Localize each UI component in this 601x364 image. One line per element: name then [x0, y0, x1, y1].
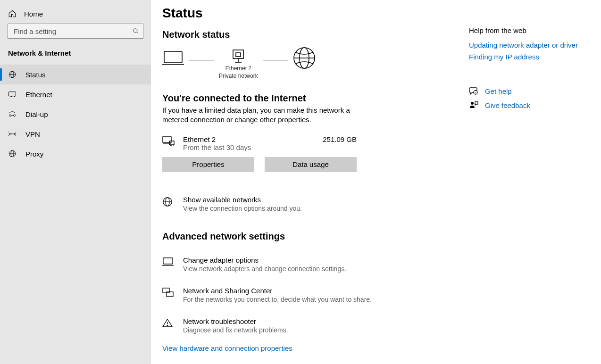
- device-icon: [162, 50, 184, 80]
- give-feedback[interactable]: Give feedback: [469, 100, 596, 110]
- settings-window: Home Network & Internet Status Ethernet: [0, 0, 601, 364]
- svg-point-14: [14, 133, 16, 135]
- sidebar-item-status[interactable]: Status: [0, 65, 151, 84]
- sharing-icon: [162, 288, 174, 303]
- action-title: Network troubleshooter: [183, 317, 288, 325]
- adapter-icon: [162, 257, 174, 273]
- globe-icon: [162, 197, 174, 212]
- ethernet-icon: [8, 90, 17, 99]
- action-title: Show available networks: [183, 196, 302, 204]
- svg-rect-37: [163, 258, 173, 264]
- svg-line-1: [137, 32, 138, 33]
- sidebar-item-dialup[interactable]: Dial-up: [0, 104, 151, 124]
- action-desc: View network adapters and change connect…: [183, 265, 346, 273]
- help-heading: Help from the web: [469, 26, 596, 34]
- svg-rect-28: [163, 137, 171, 142]
- change-adapter-options[interactable]: Change adapter options View network adap…: [162, 256, 458, 273]
- search-icon: [133, 28, 139, 34]
- help-panel: Help from the web Updating network adapt…: [469, 0, 601, 364]
- svg-point-45: [471, 102, 474, 105]
- connected-heading: You're connected to the Internet: [162, 93, 458, 104]
- proxy-icon: [8, 149, 17, 158]
- svg-rect-22: [236, 53, 241, 57]
- vpn-icon: [8, 130, 17, 138]
- diagram-connector: [189, 60, 214, 60]
- sidebar-item-label: Ethernet: [25, 91, 52, 99]
- network-type: Private network: [219, 73, 258, 80]
- connection-usage: 251.09 GB: [323, 135, 357, 143]
- adapter-node: Ethernet 2 Private network: [219, 49, 258, 80]
- action-desc: View the connection options around you.: [183, 205, 302, 212]
- action-desc: For the networks you connect to, decide …: [183, 296, 372, 303]
- svg-rect-30: [169, 141, 174, 145]
- svg-point-0: [134, 29, 137, 33]
- help-icon: ?: [469, 86, 478, 96]
- connection-ethernet-icon: [162, 136, 174, 147]
- svg-rect-19: [164, 51, 182, 63]
- network-sharing-center[interactable]: Network and Sharing Center For the netwo…: [162, 287, 458, 303]
- svg-rect-21: [233, 50, 243, 58]
- svg-point-10: [9, 115, 11, 116]
- properties-button[interactable]: Properties: [162, 157, 254, 172]
- view-hardware-link[interactable]: View hardware and connection properties: [162, 344, 458, 352]
- network-status-heading: Network status: [162, 29, 458, 40]
- network-diagram: Ethernet 2 Private network: [162, 47, 458, 83]
- search-box[interactable]: [8, 24, 143, 39]
- adapter-name: Ethernet 2: [225, 65, 251, 73]
- sidebar-item-vpn[interactable]: VPN: [0, 124, 151, 144]
- svg-point-13: [9, 133, 10, 135]
- connection-subtitle: From the last 30 days: [183, 143, 323, 151]
- advanced-heading: Advanced network settings: [162, 231, 458, 242]
- sidebar-category: Network & Internet: [0, 45, 151, 65]
- main-content: Status Network status Ethernet 2 Private…: [151, 0, 469, 364]
- data-usage-button[interactable]: Data usage: [265, 157, 357, 172]
- diagram-connector: [263, 60, 288, 60]
- connected-description: If you have a limited data plan, you can…: [162, 106, 360, 125]
- help-link-adapter[interactable]: Updating network adapter or driver: [469, 41, 596, 49]
- help-link-ip[interactable]: Finding my IP address: [469, 53, 596, 61]
- search-container: [0, 24, 151, 45]
- feedback-icon: [469, 100, 478, 110]
- globe-icon: [8, 70, 17, 79]
- connection-row: Ethernet 2 From the last 30 days 251.09 …: [162, 135, 357, 151]
- dialup-icon: [8, 110, 17, 118]
- sidebar-item-label: Status: [25, 71, 46, 79]
- sidebar-item-proxy[interactable]: Proxy: [0, 144, 151, 164]
- home-nav[interactable]: Home: [0, 7, 151, 24]
- page-title: Status: [162, 6, 458, 21]
- action-title: Network and Sharing Center: [183, 287, 372, 295]
- show-available-networks[interactable]: Show available networks View the connect…: [162, 196, 458, 212]
- home-icon: [8, 9, 17, 18]
- action-title: Change adapter options: [183, 256, 346, 264]
- get-help[interactable]: ? Get help: [469, 86, 596, 96]
- network-troubleshooter[interactable]: Network troubleshooter Diagnose and fix …: [162, 317, 458, 334]
- connection-name: Ethernet 2: [183, 135, 323, 143]
- warning-icon: [162, 318, 174, 334]
- svg-rect-5: [9, 92, 16, 96]
- sidebar-item-label: Dial-up: [25, 110, 48, 118]
- sidebar-item-label: VPN: [25, 130, 40, 138]
- internet-icon: [293, 47, 316, 83]
- home-label: Home: [24, 10, 43, 18]
- sidebar-item-label: Proxy: [25, 150, 43, 158]
- sidebar-item-ethernet[interactable]: Ethernet: [0, 84, 151, 104]
- action-desc: Diagnose and fix network problems.: [183, 326, 288, 334]
- svg-point-42: [167, 325, 167, 325]
- feedback-label: Give feedback: [485, 101, 530, 109]
- sidebar: Home Network & Internet Status Ethernet: [0, 0, 151, 364]
- get-help-label: Get help: [485, 87, 512, 95]
- svg-point-11: [14, 115, 16, 116]
- search-input[interactable]: [13, 27, 133, 36]
